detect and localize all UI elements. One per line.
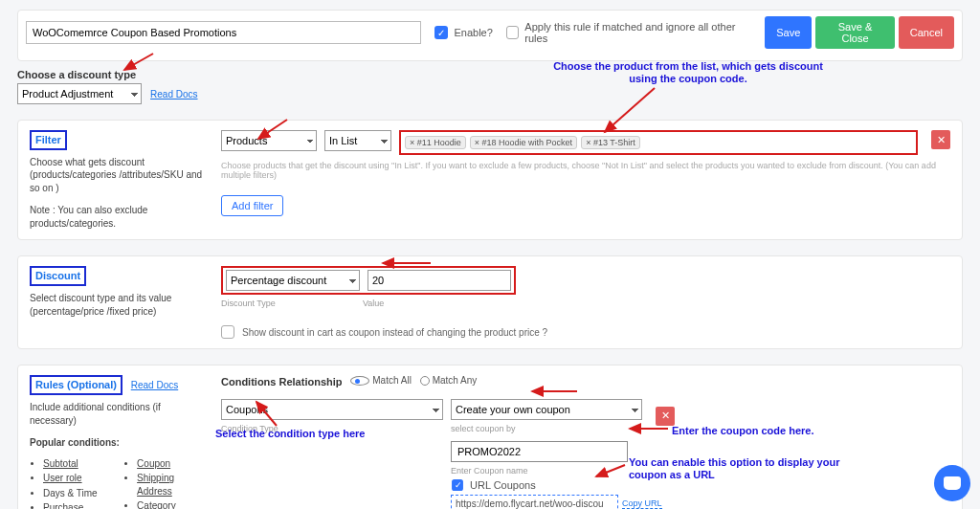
conditions-relationship: Conditions Relationship Match All Match … <box>221 375 950 387</box>
action-buttons: Save Save & Close Cancel <box>765 16 954 49</box>
save-button[interactable]: Save <box>765 16 812 49</box>
checkbox-empty-icon <box>506 26 520 39</box>
rules-desc: Include additional conditions (if necess… <box>30 401 210 427</box>
url-coupon-input[interactable] <box>451 495 618 509</box>
enable-label: Enable? <box>454 27 492 38</box>
add-filter-button[interactable]: Add filter <box>221 195 283 216</box>
chat-icon <box>944 476 961 490</box>
cond-type-label: Condition Type <box>221 424 443 433</box>
check-icon: ✓ <box>452 479 463 491</box>
discount-section: Discount Select discount type and its va… <box>17 255 963 349</box>
discount-value-input[interactable] <box>368 270 511 291</box>
popular-item[interactable]: Shipping Address <box>137 473 174 497</box>
filter-section: Filter Choose what gets discount (produc… <box>17 120 963 240</box>
topbar: ✓ Enable? Apply this rule if matched and… <box>17 10 963 61</box>
match-any-label: Match Any <box>433 375 478 386</box>
popular-item[interactable]: User role <box>43 473 82 483</box>
match-any-radio[interactable]: Match Any <box>420 375 478 386</box>
rules-read-docs-link[interactable]: Read Docs <box>131 380 178 390</box>
delete-condition-button[interactable]: ✕ <box>656 407 675 426</box>
products-tags-box[interactable]: × #11 Hoodie × #18 Hoodie with Pocket × … <box>399 130 918 155</box>
radio-icon <box>420 376 430 386</box>
discount-value-label: Value <box>363 299 384 308</box>
filter-desc2: Note : You can also exclude products/cat… <box>30 204 210 230</box>
cancel-button[interactable]: Cancel <box>899 16 954 49</box>
enter-coupon-label: Enter Coupon name <box>451 466 950 476</box>
discount-type-row: Choose a discount type Product Adjustmen… <box>17 69 963 104</box>
filter-desc1: Choose what gets discount (products/cate… <box>30 156 210 195</box>
rel-title: Conditions Relationship <box>221 376 343 387</box>
read-docs-link[interactable]: Read Docs <box>150 89 197 100</box>
coupon-code-input[interactable] <box>451 441 628 462</box>
filter-products-select[interactable]: Products <box>221 130 317 151</box>
discount-type-value-select[interactable]: Percentage discount <box>226 270 360 291</box>
url-coupons-checkbox[interactable]: ✓ URL Coupons <box>451 478 536 492</box>
filter-help: Choose products that get the discount us… <box>221 161 950 180</box>
rule-name-input[interactable] <box>26 21 421 44</box>
popular-conditions-list: Subtotal User role Days & Time Purchase … <box>30 454 210 509</box>
discount-desc: Select discount type and its value (perc… <box>30 292 210 318</box>
filter-inlist-select[interactable]: In List <box>324 130 391 151</box>
url-coupons-label: URL Coupons <box>470 479 536 491</box>
discount-type-title: Choose a discount type <box>17 69 963 80</box>
discount-type-label: Discount Type <box>221 299 355 308</box>
delete-filter-button[interactable]: ✕ <box>931 130 950 149</box>
copy-url-link[interactable]: Copy URL <box>622 498 662 509</box>
discount-badge: Discount <box>30 266 86 286</box>
chat-bubble-icon[interactable] <box>934 465 970 501</box>
popular-item[interactable]: Purchase History <box>43 502 83 509</box>
coupon-by-select[interactable]: Create your own coupon <box>451 399 642 420</box>
match-all-radio[interactable]: Match All <box>350 375 412 386</box>
show-coupon-checkbox[interactable]: Show discount in cart as coupon instead … <box>221 325 950 339</box>
product-tag[interactable]: × #11 Hoodie <box>405 136 466 149</box>
product-tag[interactable]: × #13 T-Shirt <box>581 136 640 149</box>
popular-item[interactable]: Days & Time <box>43 488 98 498</box>
checkbox-empty-icon <box>221 325 234 339</box>
apply-rule-checkbox[interactable]: Apply this rule if matched and ignore al… <box>506 21 751 44</box>
condition-type-select[interactable]: Coupons <box>221 399 443 420</box>
filter-badge: Filter <box>30 130 67 150</box>
save-close-button[interactable]: Save & Close <box>815 16 894 49</box>
discount-row: Percentage discount <box>221 266 516 295</box>
enable-checkbox[interactable]: ✓ Enable? <box>434 26 492 39</box>
show-coupon-label: Show discount in cart as coupon instead … <box>242 327 547 338</box>
radio-selected-icon <box>350 376 369 386</box>
popular-title: Popular conditions: <box>30 436 210 450</box>
product-tag[interactable]: × #18 Hoodie with Pocket <box>470 136 577 149</box>
check-icon: ✓ <box>434 26 448 39</box>
rules-badge: Rules (Optional) <box>30 375 122 395</box>
match-all-label: Match All <box>372 375 412 386</box>
apply-label: Apply this rule if matched and ignore al… <box>524 21 751 44</box>
popular-item[interactable]: Coupon <box>137 458 170 469</box>
coupon-by-label: select coupon by <box>451 424 642 433</box>
rules-section: Rules (Optional) Read Docs Include addit… <box>17 365 963 509</box>
popular-item[interactable]: Subtotal <box>43 458 78 469</box>
discount-type-select[interactable]: Product Adjustment <box>17 83 142 104</box>
popular-item[interactable]: Category Combination <box>137 500 190 509</box>
